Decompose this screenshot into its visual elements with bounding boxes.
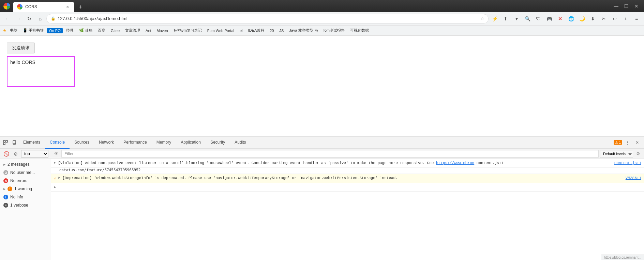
tab-close-btn[interactable]: ✕ [65,4,70,10]
bookmark-item[interactable]: el [238,28,245,34]
sidebar-item-info[interactable]: i No info [0,193,51,201]
shield-btn[interactable]: 🛡 [534,14,543,23]
undo-btn[interactable]: ↩ [610,14,619,23]
sidebar-item-messages[interactable]: ▶ 2 messages [0,160,51,168]
scissors-btn[interactable]: ✂ [599,14,609,23]
bookmark-item[interactable]: Ant [144,28,153,34]
clear-console-btn[interactable]: 🚫 [2,150,10,158]
bookmark-item[interactable]: 哔哩 [64,27,76,34]
share-btn[interactable]: ⬆ [501,14,510,23]
svg-rect-1 [6,141,8,142]
console-prompt[interactable]: ▶ [51,183,644,192]
browser-icon [3,3,10,10]
sidebar-item-verbose[interactable]: ≡ 1 verbose [0,201,51,209]
tab-elements[interactable]: Elements [18,136,45,149]
bookmarks-star-icon: ★ [3,28,6,33]
filter-btn[interactable]: ⊘ [12,150,20,158]
expand-icon: ▶ [3,163,5,166]
message-file-1: content.js:1 [614,160,641,166]
console-settings-btn[interactable]: ⚙ [634,150,642,158]
message-text-2: [Deprecation] 'window.webkitStorageInfo'… [62,175,624,181]
expand-msg-icon[interactable]: ▶ [54,160,56,165]
home-btn[interactable]: ⌂ [35,14,45,23]
reload-btn[interactable]: ↻ [25,14,34,23]
context-select[interactable]: top [21,150,48,158]
sidebar-item-errors[interactable]: ✕ No errors [0,177,51,185]
message-text-1: [Violation] Added non-passive event list… [58,160,612,166]
info-label: No info [10,195,23,199]
bookmark-item[interactable]: 文章管理 [123,27,142,34]
status-bar: https://blog.cs.remnant... [601,255,644,260]
bookmark-item[interactable]: 🌿 菜鸟 [77,27,94,34]
history-btn[interactable]: ▾ [512,14,521,23]
address-bar[interactable]: 🔒 127.0.0.1:5500/ajax/ajaxDemo.html ☆ [46,14,489,23]
bookmark-item[interactable]: 百度 [96,27,107,34]
sidebar-item-user[interactable]: ⊘ No user me... [0,168,51,177]
tab-performance[interactable]: Performance [119,136,152,149]
verbose-label: 1 verbose [10,203,28,208]
bookmark-item[interactable]: 可视化数据 [348,27,371,34]
bookmark-item[interactable]: 狂神jvm复习笔记 [171,27,204,34]
game-btn[interactable]: 🎮 [544,14,554,23]
console-main: ▶ [Violation] Added non-passive event li… [51,159,644,260]
page-content: 发送请求 hello CORS [0,36,644,136]
tab-security[interactable]: Security [206,136,230,149]
forward-btn[interactable]: → [14,14,23,23]
tab-network[interactable]: Network [94,136,119,149]
console-toolbar: 🚫 ⊘ top 👁 Default levels ⚙ [0,149,644,159]
bookmark-item[interactable]: 书签 [8,27,19,34]
bookmark-item[interactable]: JS [277,28,286,34]
bookmark-item[interactable]: fom测试报告 [321,27,347,34]
level-select[interactable]: Default levels [600,150,633,158]
tab-application[interactable]: Application [176,136,206,149]
tab-console[interactable]: Console [45,136,70,149]
bookmark-item[interactable]: IDEA破解 [246,27,267,34]
warning-count: 1 [619,141,621,144]
violation-link[interactable]: https://www.chrom [436,161,474,165]
more-options-btn[interactable]: ⋮ [624,139,632,147]
bookmark-item[interactable]: Maven [155,28,170,34]
translate-btn[interactable]: 🌐 [566,14,576,23]
zoom-in-btn[interactable]: + [621,14,630,23]
bookmark-item[interactable]: Java 枚举类型_w [287,27,320,34]
bookmark-item[interactable]: 📱 手机书签 [21,27,46,34]
close-btn[interactable]: ✕ [632,2,641,10]
url-text: 127.0.0.1:5500/ajax/ajaxDemo.html [58,16,479,21]
sidebar-item-warnings[interactable]: ▶ ! 1 warning [0,185,51,193]
menu-btn[interactable]: ≡ [632,14,641,23]
console-filter-input[interactable] [61,150,599,158]
tab-memory[interactable]: Memory [152,136,176,149]
devtools-panel: Elements Console Sources Network Perform… [0,136,644,260]
tab-sources[interactable]: Sources [70,136,94,149]
tab-title: CORS [25,4,62,9]
send-request-button[interactable]: 发送请求 [7,43,35,53]
back-btn[interactable]: ← [3,14,12,23]
bookmark-item[interactable]: Fom Web Portal [205,28,236,34]
search-btn[interactable]: 🔍 [523,14,532,23]
bookmark-star-icon[interactable]: ☆ [481,16,484,21]
close-devtools-btn[interactable]: ✕ [633,139,641,147]
maximize-btn[interactable]: ❐ [622,2,630,10]
x-btn[interactable]: ✕ [555,14,565,23]
inspect-element-btn[interactable] [1,139,10,147]
minimize-btn[interactable]: — [612,2,620,10]
title-bar: CORS ✕ + — ❐ ✕ [0,0,644,12]
tab-audits[interactable]: Audits [230,136,251,149]
bookmark-item[interactable]: Gitee [109,28,122,34]
user-icon: ⊘ [3,170,8,175]
active-tab[interactable]: CORS ✕ [13,2,74,12]
device-toolbar-btn[interactable] [10,139,18,147]
extensions-btn[interactable]: ⚡ [490,14,499,23]
result-box: hello CORS [7,56,75,87]
new-tab-btn[interactable]: + [76,2,85,12]
bookmark-item[interactable]: 20 [268,28,276,34]
svg-rect-2 [3,143,5,145]
eye-btn[interactable]: 👁 [53,150,60,158]
title-bar-left [3,3,10,10]
result-text: hello CORS [10,60,35,65]
bookmark-item[interactable]: On PO [47,28,63,33]
expand-msg-icon-2[interactable]: ▶ [58,175,60,180]
violation-extra: estatus.com/feature/5745543795965952 [51,168,644,174]
moon-btn[interactable]: 🌙 [577,14,587,23]
download-btn[interactable]: ⬇ [588,14,598,23]
